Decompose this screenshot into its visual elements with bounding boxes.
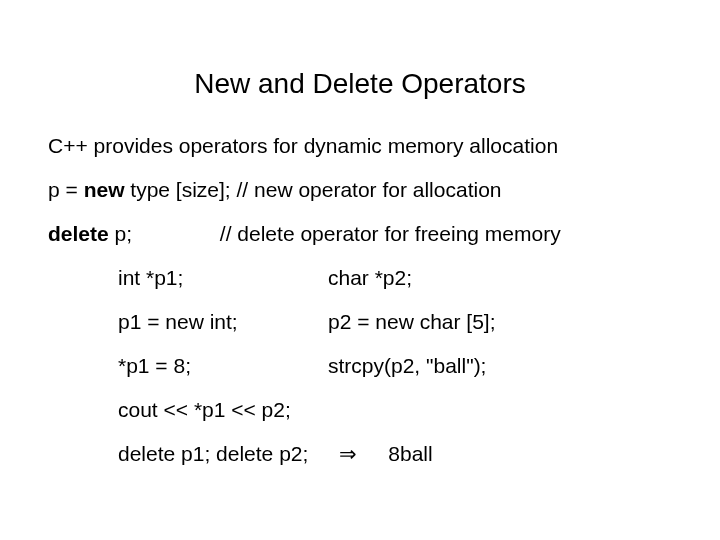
- code-row-5: delete p1; delete p2; ⇒ 8ball: [118, 442, 672, 466]
- new-syntax-line: p = new type [size]; // new operator for…: [48, 178, 672, 202]
- delete-comment: // delete operator for freeing memory: [220, 222, 561, 245]
- slide-title: New and Delete Operators: [48, 68, 672, 100]
- code-r3-right: strcpy(p2, "ball");: [328, 354, 672, 378]
- code-r5: delete p1; delete p2;: [118, 442, 308, 466]
- code-r1-left: int *p1;: [118, 266, 328, 290]
- code-row-2: p1 = new int; p2 = new char [5];: [118, 310, 672, 334]
- code-row-1: int *p1; char *p2;: [118, 266, 672, 290]
- delete-syntax-post: p;: [109, 222, 132, 245]
- slide: New and Delete Operators C++ provides op…: [0, 0, 720, 540]
- delete-label-wrap: delete p;: [48, 222, 214, 246]
- new-syntax-pre: p =: [48, 178, 84, 201]
- code-r4: cout << *p1 << p2;: [118, 398, 291, 422]
- code-output: 8ball: [388, 442, 432, 466]
- code-block: int *p1; char *p2; p1 = new int; p2 = ne…: [118, 266, 672, 466]
- arrow-icon: ⇒: [308, 442, 388, 466]
- code-r1-right: char *p2;: [328, 266, 672, 290]
- code-r2-left: p1 = new int;: [118, 310, 328, 334]
- new-keyword: new: [84, 178, 125, 201]
- code-row-4: cout << *p1 << p2;: [118, 398, 672, 422]
- code-row-3: *p1 = 8; strcpy(p2, "ball");: [118, 354, 672, 378]
- delete-keyword: delete: [48, 222, 109, 245]
- intro-line: C++ provides operators for dynamic memor…: [48, 134, 672, 158]
- code-r2-right: p2 = new char [5];: [328, 310, 672, 334]
- code-r3-left: *p1 = 8;: [118, 354, 328, 378]
- delete-syntax-line: delete p; // delete operator for freeing…: [48, 222, 672, 246]
- new-syntax-post: type [size]; // new operator for allocat…: [124, 178, 501, 201]
